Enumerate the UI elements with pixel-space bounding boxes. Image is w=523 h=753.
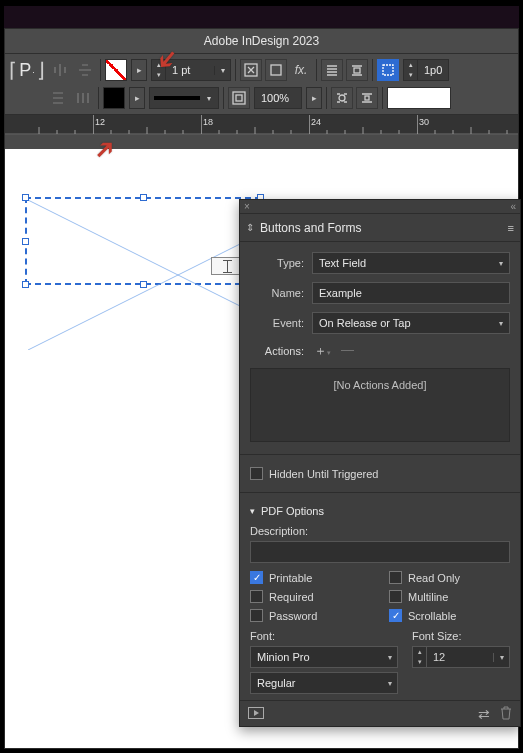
distribute-icon-1[interactable]: [47, 87, 69, 109]
horizontal-ruler[interactable]: 12 18 24 30: [5, 115, 518, 135]
preview-spread-icon[interactable]: [248, 707, 264, 721]
resize-handle[interactable]: [22, 281, 29, 288]
align-icon-1[interactable]: [49, 59, 71, 81]
trash-icon[interactable]: [500, 706, 512, 722]
stroke-menu-arrow[interactable]: ▸: [129, 87, 145, 109]
expand-arrows-icon: ⇕: [246, 222, 254, 233]
font-family-dropdown[interactable]: Minion Pro▾: [250, 646, 398, 668]
resize-handle[interactable]: [140, 281, 147, 288]
checkbox-icon[interactable]: ✓: [250, 571, 263, 584]
collapse-icon[interactable]: «: [510, 201, 516, 212]
frame-fitting-group: fx.: [240, 59, 312, 81]
convert-to-object-icon[interactable]: ⇄: [478, 706, 490, 722]
selected-text-field-frame[interactable]: [25, 197, 261, 285]
checkbox-icon[interactable]: [250, 467, 263, 480]
font-label: Font:: [250, 630, 398, 642]
separator: [316, 59, 317, 81]
panel-grip-bar[interactable]: × «: [240, 200, 520, 214]
description-input[interactable]: [250, 541, 510, 563]
document-canvas[interactable]: × « ⇕ Buttons and Forms ≡ Type: Text Fie…: [5, 149, 518, 748]
corner-size-stepper[interactable]: ▴▾ 1p0: [403, 59, 449, 81]
font-style-dropdown[interactable]: Regular▾: [250, 672, 398, 694]
svg-rect-7: [365, 96, 369, 100]
description-label: Description:: [250, 525, 510, 537]
divider: [240, 454, 520, 455]
checkbox-icon[interactable]: [389, 590, 402, 603]
event-label: Event:: [250, 317, 304, 329]
remove-action-icon[interactable]: —: [341, 342, 354, 360]
separator: [326, 87, 327, 109]
readonly-label: Read Only: [408, 572, 460, 584]
separator: [100, 59, 101, 81]
pdf-options-label: PDF Options: [261, 505, 324, 517]
close-icon[interactable]: ×: [244, 201, 250, 212]
event-dropdown[interactable]: On Release or Tap▾: [312, 312, 510, 334]
scrollable-checkbox[interactable]: ✓Scrollable: [389, 609, 510, 622]
multiline-checkbox[interactable]: Multiline: [389, 590, 510, 603]
event-value: On Release or Tap: [319, 317, 411, 329]
password-checkbox[interactable]: Password: [250, 609, 371, 622]
resize-handle[interactable]: [22, 238, 29, 245]
type-label: Type:: [250, 257, 304, 269]
center-content-icon[interactable]: [228, 87, 250, 109]
font-style-value: Regular: [257, 677, 296, 689]
svg-rect-3: [383, 65, 393, 75]
text-wrap-group: [321, 59, 368, 81]
fit-content-icon[interactable]: [240, 59, 262, 81]
svg-rect-2: [354, 68, 360, 73]
wrap-group-2: [331, 87, 378, 109]
printable-checkbox[interactable]: ✓Printable: [250, 571, 371, 584]
checkbox-icon[interactable]: [389, 571, 402, 584]
checkbox-icon[interactable]: ✓: [389, 609, 402, 622]
scrollable-label: Scrollable: [408, 610, 456, 622]
stroke-swatch-black[interactable]: [103, 87, 125, 109]
opacity-menu-arrow[interactable]: ▸: [306, 87, 322, 109]
stroke-weight-stepper[interactable]: ▴▾ 1 pt ▾: [151, 59, 231, 81]
wrap-bounding-icon[interactable]: [346, 59, 368, 81]
svg-marker-35: [254, 710, 259, 716]
svg-point-6: [339, 95, 345, 101]
opacity-field[interactable]: 100%: [254, 87, 302, 109]
fit-frame-icon[interactable]: [265, 59, 287, 81]
hidden-until-triggered-checkbox[interactable]: Hidden Until Triggered: [250, 467, 510, 480]
distribute-icon-2[interactable]: [72, 87, 94, 109]
panel-footer: ⇄: [240, 700, 520, 726]
paragraph-mode-indicator[interactable]: ⌈P.⌋: [11, 47, 43, 93]
panel-tab[interactable]: ⇕ Buttons and Forms: [246, 221, 361, 235]
pdf-options-header[interactable]: ▾ PDF Options: [250, 505, 510, 517]
stroke-style-dropdown[interactable]: ▾: [149, 87, 219, 109]
readonly-checkbox[interactable]: Read Only: [389, 571, 510, 584]
effects-icon[interactable]: fx.: [290, 59, 312, 81]
align-distribute-group: [49, 59, 96, 81]
corner-size-value[interactable]: 1p0: [418, 64, 448, 76]
indesign-window: Adobe InDesign 2023 ⌈P.⌋ ▸ ▴▾ 1 pt ▾: [4, 28, 519, 749]
wrap-none-icon[interactable]: [321, 59, 343, 81]
font-size-label: Font Size:: [412, 630, 510, 642]
resize-handle[interactable]: [140, 194, 147, 201]
font-size-stepper[interactable]: ▴▾ 12 ▾: [412, 646, 510, 668]
buttons-forms-panel[interactable]: × « ⇕ Buttons and Forms ≡ Type: Text Fie…: [239, 199, 521, 727]
required-checkbox[interactable]: Required: [250, 590, 371, 603]
font-size-value[interactable]: 12: [427, 651, 493, 663]
name-input[interactable]: Example: [312, 282, 510, 304]
actions-list[interactable]: [No Actions Added]: [250, 368, 510, 442]
resize-handle[interactable]: [22, 194, 29, 201]
name-value: Example: [319, 287, 362, 299]
checkbox-icon[interactable]: [250, 609, 263, 622]
font-family-value: Minion Pro: [257, 651, 310, 663]
type-dropdown[interactable]: Text Field▾: [312, 252, 510, 274]
fill-swatch-none[interactable]: [105, 59, 127, 81]
chevron-down-icon: ▾: [250, 506, 255, 516]
divider: [240, 492, 520, 493]
stroke-weight-value[interactable]: 1 pt: [166, 64, 214, 76]
fill-menu-arrow[interactable]: ▸: [131, 59, 147, 81]
panel-menu-icon[interactable]: ≡: [508, 222, 514, 234]
corner-options-icon[interactable]: [377, 59, 399, 81]
add-action-icon[interactable]: ＋▾: [314, 342, 331, 360]
type-value: Text Field: [319, 257, 366, 269]
wrap-shape-icon[interactable]: [331, 87, 353, 109]
wrap-jump-icon[interactable]: [356, 87, 378, 109]
checkbox-icon[interactable]: [250, 590, 263, 603]
align-icon-2[interactable]: [74, 59, 96, 81]
gradient-swatch[interactable]: [387, 87, 451, 109]
